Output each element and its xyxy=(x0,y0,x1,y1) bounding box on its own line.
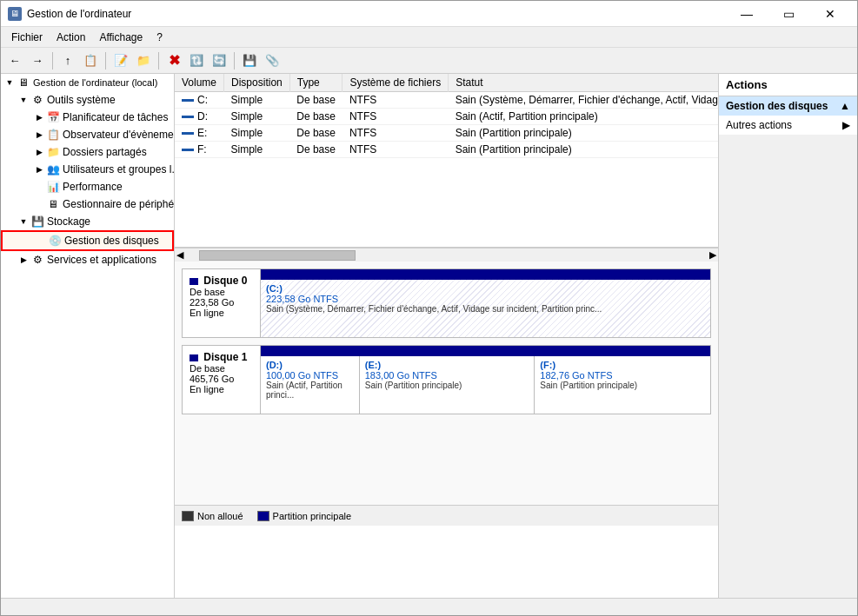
sidebar-label-performance: Performance xyxy=(63,181,123,193)
maximize-button[interactable]: ▭ xyxy=(768,1,808,27)
cell-disposition: Simple xyxy=(224,125,290,142)
sidebar-item-planificateur[interactable]: ▶ 📅 Planificateur de tâches xyxy=(1,109,174,126)
sidebar-item-root[interactable]: ▼ 🖥 Gestion de l'ordinateur (local) xyxy=(1,74,174,91)
expand-icon-dossiers: ▶ xyxy=(32,145,46,159)
horizontal-scrollbar[interactable]: ◀ ▶ xyxy=(175,248,718,262)
partition-status: Sain (Actif, Partition princi... xyxy=(266,381,354,400)
table-row[interactable]: C: Simple De base NTFS Sain (Système, Dé… xyxy=(175,92,718,109)
open-button[interactable]: 📁 xyxy=(133,50,154,71)
scroll-left-btn[interactable]: ◀ xyxy=(175,249,185,261)
legend-unallocated: Non alloué xyxy=(182,511,243,521)
delete-button[interactable]: ✖ xyxy=(163,50,184,71)
partition-disk0-0[interactable]: (C:) 223,58 Go NTFS Sain (Système, Démar… xyxy=(261,280,710,337)
disk-header-bar-disk1 xyxy=(261,346,710,356)
partition-name: (F:) xyxy=(540,360,705,370)
sidebar-item-gestionnaire[interactable]: 🖥 Gestionnaire de périphé... xyxy=(1,195,174,213)
sidebar-item-utilisateurs[interactable]: ▶ 👥 Utilisateurs et groupes l... xyxy=(1,161,174,178)
sidebar-item-services[interactable]: ▶ ⚙ Services et applications xyxy=(1,251,174,268)
tools-icon: ⚙ xyxy=(30,93,44,107)
sidebar-item-outils[interactable]: ▼ ⚙ Outils système xyxy=(1,91,174,109)
disk-name: Disque 0 xyxy=(190,275,247,287)
disk-partitions-disk1: (D:) 100,00 Go NTFS Sain (Actif, Partiti… xyxy=(261,346,710,414)
computer-icon: 🖥 xyxy=(17,76,30,89)
action-section-gestion[interactable]: Gestion des disques ▲ xyxy=(719,96,857,116)
action-autres-actions[interactable]: Autres actions ▶ xyxy=(719,116,857,135)
storage-icon: 💾 xyxy=(30,215,44,229)
volume-table-area[interactable]: Volume Disposition Type Système de fichi… xyxy=(175,74,718,248)
sidebar-item-performance[interactable]: 📊 Performance xyxy=(1,178,174,195)
window-controls: ― ▭ ✕ xyxy=(727,1,850,27)
legend-unallocated-label: Non alloué xyxy=(197,511,243,521)
cell-volume: E: xyxy=(175,125,224,142)
disk-size: 223,58 Go xyxy=(190,297,234,308)
cell-type: De base xyxy=(289,142,343,158)
performance-icon: 📊 xyxy=(46,180,60,194)
toolbar-separator-2 xyxy=(105,52,106,70)
cell-disposition: Simple xyxy=(224,109,290,125)
sidebar-label-utilisateurs: Utilisateurs et groupes l... xyxy=(63,163,175,176)
col-statut: Statut xyxy=(449,74,718,92)
minimize-button[interactable]: ― xyxy=(727,1,767,27)
refresh-button[interactable]: 🔄 xyxy=(209,50,229,71)
disk-size: 465,76 Go xyxy=(190,374,234,384)
action-autres-arrow: ▶ xyxy=(842,119,850,131)
action-autres-label: Autres actions xyxy=(726,119,792,131)
sidebar-item-stockage[interactable]: ▼ 💾 Stockage xyxy=(1,213,174,230)
sidebar-item-observateur[interactable]: ▶ 📋 Observateur d'évèneme... xyxy=(1,126,174,143)
title-bar: 🖥 Gestion de l'ordinateur ― ▭ ✕ xyxy=(1,1,857,27)
volume-table: Volume Disposition Type Système de fichi… xyxy=(175,74,718,158)
disk-name: Disque 1 xyxy=(190,351,247,363)
table-row[interactable]: F: Simple De base NTFS Sain (Partition p… xyxy=(175,142,718,158)
export-button[interactable]: 💾 xyxy=(239,50,260,71)
disk-partitions-disk0: (C:) 223,58 Go NTFS Sain (Système, Démar… xyxy=(261,269,710,337)
sidebar-label-outils: Outils système xyxy=(47,94,116,106)
disk-header-bar-disk0 xyxy=(261,269,710,280)
cell-volume: F: xyxy=(175,142,224,158)
main-panel: Volume Disposition Type Système de fichi… xyxy=(175,74,718,598)
help-toolbar-button[interactable]: 📎 xyxy=(262,50,283,71)
back-button[interactable]: ← xyxy=(4,50,25,71)
partition-disk1-0[interactable]: (D:) 100,00 Go NTFS Sain (Actif, Partiti… xyxy=(261,356,360,414)
diskmgmt-icon: 💿 xyxy=(48,234,62,248)
table-row[interactable]: E: Simple De base NTFS Sain (Partition p… xyxy=(175,125,718,142)
folder-icon: 📁 xyxy=(46,145,60,159)
users-icon: 👥 xyxy=(46,162,60,176)
show-hide-button[interactable]: 📋 xyxy=(80,50,101,71)
disk-type: De base xyxy=(190,287,225,297)
properties-button[interactable]: 📝 xyxy=(110,50,131,71)
menu-affichage[interactable]: Affichage xyxy=(92,30,150,45)
expand-icon-utilisateurs: ▶ xyxy=(32,162,46,176)
partition-disk1-1[interactable]: (E:) 183,00 Go NTFS Sain (Partition prin… xyxy=(360,356,535,414)
sidebar-item-dossiers[interactable]: ▶ 📁 Dossiers partagés xyxy=(1,143,174,161)
menu-bar: Fichier Action Affichage ? xyxy=(1,27,857,48)
scroll-right-btn[interactable]: ▶ xyxy=(708,249,718,261)
toolbar-separator-3 xyxy=(158,52,159,70)
scroll-thumb[interactable] xyxy=(199,250,356,261)
up-button[interactable]: ↑ xyxy=(57,50,78,71)
sidebar-label-dossiers: Dossiers partagés xyxy=(63,146,147,158)
expand-icon-services: ▶ xyxy=(17,253,30,267)
scroll-track[interactable] xyxy=(199,250,694,261)
expand-icon-stockage: ▼ xyxy=(17,215,30,229)
partition-disk1-2[interactable]: (F:) 182,76 Go NTFS Sain (Partition prin… xyxy=(535,356,710,414)
action-section-arrow: ▲ xyxy=(840,100,850,112)
expand-icon-performance xyxy=(32,180,46,194)
legend-bar: Non alloué Partition principale xyxy=(175,505,718,526)
menu-help[interactable]: ? xyxy=(150,30,170,45)
status-bar xyxy=(1,598,857,615)
table-row[interactable]: D: Simple De base NTFS Sain (Actif, Part… xyxy=(175,109,718,125)
events-icon: 📋 xyxy=(46,128,60,142)
expand-icon-gestion-disques xyxy=(34,234,48,248)
forward-button[interactable]: → xyxy=(27,50,48,71)
close-button[interactable]: ✕ xyxy=(810,1,850,27)
disk-status: En ligne xyxy=(190,308,224,318)
sidebar-label-services: Services et applications xyxy=(47,254,156,266)
col-fs: Système de fichiers xyxy=(343,74,449,92)
partition-status: Sain (Partition principale) xyxy=(540,381,705,390)
disk-parts-row-disk0: (C:) 223,58 Go NTFS Sain (Système, Démar… xyxy=(261,280,710,337)
menu-action[interactable]: Action xyxy=(50,30,92,45)
sidebar-item-gestion-disques[interactable]: 💿 Gestion des disques xyxy=(1,230,174,251)
rename-button[interactable]: 🔃 xyxy=(186,50,207,71)
menu-fichier[interactable]: Fichier xyxy=(4,30,50,45)
main-window: 🖥 Gestion de l'ordinateur ― ▭ ✕ Fichier … xyxy=(0,0,858,616)
